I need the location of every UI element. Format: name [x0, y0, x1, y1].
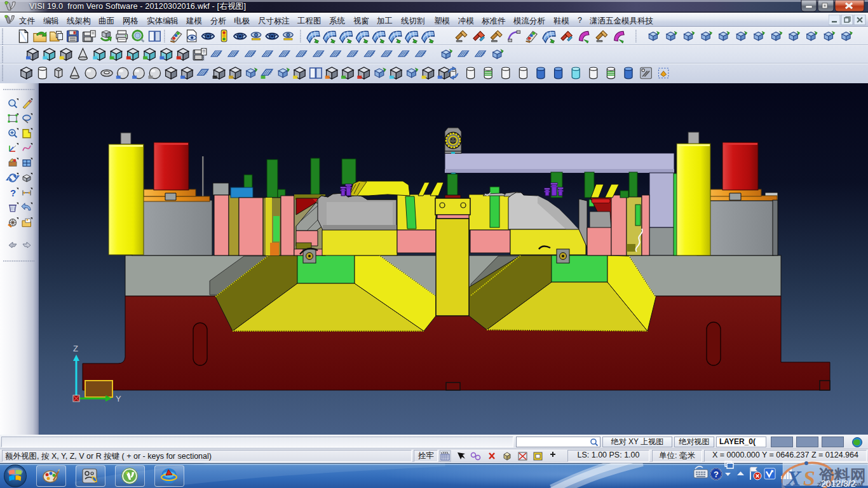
svg-text:2012/3/2: 2012/3/2	[821, 478, 856, 488]
svg-text:S: S	[803, 466, 815, 488]
svg-text:X: X	[786, 466, 802, 488]
svg-text:?: ?	[714, 470, 719, 479]
svg-text:?: ?	[10, 187, 16, 198]
svg-text:Z: Z	[73, 344, 78, 353]
svg-text:Y: Y	[116, 394, 121, 403]
